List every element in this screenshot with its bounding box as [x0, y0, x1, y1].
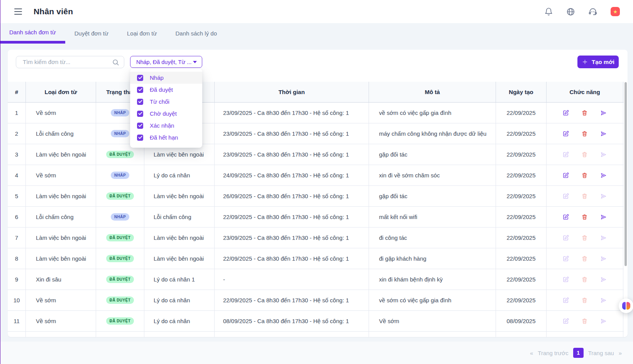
next-page-arrow[interactable]: » [619, 350, 622, 356]
checkbox-checked-icon[interactable] [137, 75, 143, 81]
empty-cell [96, 332, 144, 337]
request-type: Làm việc bên ngoài [26, 228, 96, 248]
edit-icon[interactable] [562, 318, 569, 325]
status-cell: ĐÃ DUYỆT [96, 311, 144, 331]
table-row: 1Về sớmNHÁP23/09/2025 - Ca 8h30 đến 17h3… [8, 103, 624, 123]
send-icon[interactable] [600, 297, 607, 304]
tab-2[interactable]: Duyệt đơn từ [65, 23, 118, 44]
edit-icon[interactable] [562, 130, 569, 137]
time-cell: 24/09/2025 - Ca 8h30 đến 17h30 - Hệ số c… [215, 165, 369, 185]
checkbox-checked-icon[interactable] [137, 123, 143, 129]
edit-icon[interactable] [562, 276, 569, 283]
delete-icon[interactable] [581, 276, 588, 283]
status-cell: NHÁP [96, 207, 144, 227]
language-globe-icon[interactable] [566, 7, 575, 16]
delete-icon[interactable] [581, 234, 588, 241]
delete-icon[interactable] [581, 110, 588, 116]
delete-icon[interactable] [581, 297, 588, 304]
delete-icon[interactable] [581, 130, 588, 137]
send-icon[interactable] [600, 130, 607, 137]
request-type: Về sớm [26, 165, 96, 185]
edit-icon[interactable] [562, 234, 569, 241]
next-page-button[interactable]: Trang sau [588, 350, 614, 356]
edit-icon[interactable] [562, 214, 569, 221]
tab-3[interactable]: Loại đơn từ [118, 23, 166, 44]
delete-icon[interactable] [581, 193, 588, 200]
edit-icon[interactable] [562, 172, 569, 179]
time-cell: 08/09/2025 - Ca 8h30 đến 17h30 - Hệ số c… [215, 311, 369, 331]
edit-icon[interactable] [562, 110, 569, 116]
description-cell: xin đi về sớm chăm sóc [369, 165, 496, 185]
table-scrollbar[interactable] [625, 82, 627, 266]
status-badge: ĐÃ DUYỆT [106, 317, 134, 325]
filter-option[interactable]: Đã duyệt [130, 84, 202, 96]
search-input[interactable] [16, 56, 124, 68]
filter-option[interactable]: Từ chối [130, 96, 202, 108]
checkbox-checked-icon[interactable] [137, 99, 143, 105]
support-headset-icon[interactable] [588, 7, 597, 16]
filter-option[interactable]: Đã hết hạn [130, 131, 202, 143]
created-date-cell: 22/09/2025 [496, 103, 547, 123]
current-page-button[interactable]: 1 [573, 348, 584, 358]
description-cell: xin đi khám bệnh định kỳ [369, 269, 496, 290]
time-cell: 26/09/2025 - Ca 8h30 đến 17h30 - Hệ số c… [215, 186, 369, 206]
column-header: # [8, 82, 26, 102]
table-body: 1Về sớmNHÁP23/09/2025 - Ca 8h30 đến 17h3… [8, 103, 624, 337]
send-icon[interactable] [600, 318, 607, 325]
column-header: Mô tả [369, 82, 496, 102]
delete-icon[interactable] [581, 255, 588, 262]
tab-1[interactable]: Danh sách đơn từ [0, 23, 65, 44]
reason-cell: Lý do cá nhân 1 [144, 269, 215, 290]
status-cell: ĐÃ DUYỆT [96, 248, 144, 269]
status-badge: NHÁP [111, 130, 129, 137]
status-cell: ĐÃ DUYỆT [96, 186, 144, 206]
ai-assistant-button[interactable] [619, 298, 633, 313]
filter-option-label: Đã duyệt [150, 86, 173, 93]
filter-option[interactable]: Nháp [130, 72, 202, 84]
tab-4[interactable]: Danh sách lý do [166, 23, 226, 44]
filter-option[interactable]: Xác nhận [130, 120, 202, 131]
send-icon[interactable] [600, 234, 607, 241]
tab-bar: Danh sách đơn từDuyệt đơn từLoại đơn từD… [0, 23, 633, 44]
edit-icon[interactable] [562, 151, 569, 158]
checkbox-checked-icon[interactable] [137, 111, 143, 117]
prev-page-button[interactable]: Trang trước [538, 350, 568, 356]
column-header: Thời gian [215, 82, 369, 102]
actions-cell [547, 165, 623, 185]
delete-icon[interactable] [581, 214, 588, 221]
time-cell: 23/09/2025 - Ca 8h30 đến 17h30 - Hệ số c… [215, 228, 369, 248]
edit-icon[interactable] [562, 193, 569, 200]
hamburger-menu-icon[interactable] [14, 8, 22, 15]
column-header: Chức năng [547, 82, 623, 102]
prev-page-arrow[interactable]: « [530, 350, 533, 356]
edit-icon[interactable] [562, 297, 569, 304]
request-type: Lỗi chấm công [26, 123, 96, 144]
status-filter-select[interactable]: Nháp, Đã duyệt, Từ ... [130, 56, 202, 68]
notifications-bell-icon[interactable] [544, 7, 553, 16]
description-cell: mất kết nối wifi [369, 207, 496, 227]
send-icon[interactable] [600, 151, 607, 158]
user-avatar[interactable]: ★ [611, 7, 620, 16]
row-index: 9 [8, 269, 26, 290]
send-icon[interactable] [600, 276, 607, 283]
send-icon[interactable] [600, 255, 607, 262]
send-icon[interactable] [600, 172, 607, 179]
checkbox-checked-icon[interactable] [137, 87, 143, 93]
request-type: Về sớm [26, 290, 96, 310]
delete-icon[interactable] [581, 318, 588, 325]
filter-option[interactable]: Chờ duyệt [130, 108, 202, 120]
status-cell: NHÁP [96, 165, 144, 185]
description-cell: gặp đối tác [369, 144, 496, 165]
send-icon[interactable] [600, 110, 607, 116]
send-icon[interactable] [600, 214, 607, 221]
created-date-cell: 22/09/2025 [496, 248, 547, 269]
create-button-label: Tạo mới [592, 59, 614, 65]
row-index: 10 [8, 290, 26, 310]
status-badge: NHÁP [111, 213, 129, 221]
delete-icon[interactable] [581, 151, 588, 158]
create-button[interactable]: Tạo mới [577, 56, 619, 68]
send-icon[interactable] [600, 193, 607, 200]
checkbox-checked-icon[interactable] [137, 135, 143, 141]
delete-icon[interactable] [581, 172, 588, 179]
edit-icon[interactable] [562, 255, 569, 262]
